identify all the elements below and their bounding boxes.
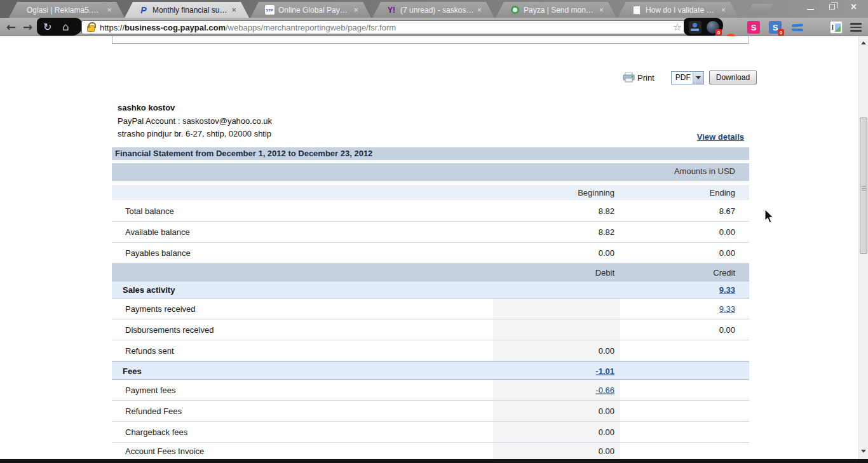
tab-close-icon[interactable]: × [107, 6, 112, 14]
bookmark-star-icon[interactable]: ☆ [673, 22, 682, 32]
tab-title: Monthly financial summa [153, 6, 229, 15]
tab-monthly-financial-summary[interactable]: P Monthly financial summa × [125, 2, 249, 18]
row-label: Payment fees [125, 386, 176, 395]
format-select[interactable]: PDF [671, 71, 704, 84]
ending-column-header: Ending [710, 188, 735, 198]
home-button[interactable]: ⌂ [62, 20, 69, 33]
back-button[interactable]: ← [6, 20, 16, 34]
row-label: Chargeback fees [125, 427, 187, 437]
fees-section-row: Fees -1.01 [112, 361, 749, 380]
tab-title: Payza | Send money, Rece [524, 6, 596, 15]
window-controls: × [803, 2, 862, 11]
browser-menu-button[interactable] [850, 23, 862, 34]
account-address-line: strasho pindjur br. 6-27, shtip, 02000 s… [118, 129, 271, 138]
beginning-column-header: Beginning [578, 188, 614, 198]
security-warning-lock-icon[interactable] [87, 25, 95, 32]
reload-button[interactable]: ↻ [43, 21, 51, 33]
minimize-button[interactable] [803, 2, 818, 11]
beginning-value: 8.82 [599, 227, 614, 237]
close-icon: × [851, 2, 857, 12]
url-host: business-cog.paypal.com [125, 23, 226, 32]
tab-close-icon[interactable]: × [231, 6, 236, 14]
payza-favicon-icon [511, 6, 519, 14]
statement-title: Financial Statement from December 1, 201… [112, 147, 749, 160]
printer-icon [623, 72, 635, 83]
format-value: PDF [672, 73, 693, 82]
select-dropdown-button[interactable] [693, 72, 703, 84]
stp-favicon-icon: STP [265, 5, 275, 15]
na-debit-cell [493, 319, 620, 340]
url-path: /webapps/merchantreportingweb/page/fsr.f… [226, 23, 396, 32]
tab-close-icon[interactable]: × [477, 6, 482, 14]
tab-close-icon[interactable]: × [721, 6, 726, 14]
download-button[interactable]: Download [709, 70, 757, 84]
minimize-icon [807, 9, 814, 10]
document-favicon-icon [633, 6, 641, 15]
picture-thumb [835, 23, 841, 32]
ending-value: 0.00 [719, 227, 735, 237]
forward-button[interactable]: → [23, 20, 32, 34]
row-label: Account Fees Invoice [125, 446, 204, 456]
tab-close-icon[interactable]: × [353, 6, 358, 14]
na-debit-cell [493, 299, 620, 319]
tab-oglasi[interactable]: Oglasi | Reklama5.mk | On × [9, 2, 125, 18]
tab-close-icon[interactable]: × [599, 6, 604, 14]
view-details-link[interactable]: View details [697, 132, 744, 142]
vertical-scrollbar[interactable] [858, 36, 868, 459]
account-holder-name: sashko kostov [118, 103, 175, 112]
notification-badge: 0 [778, 29, 784, 36]
debit-credit-header: Debit Credit [112, 264, 749, 281]
tab-yahoo-mail[interactable]: Y! (7 unread) - saskostov - Ya × [372, 2, 494, 18]
tab-validate-credit[interactable]: How do I validate my cred × [618, 2, 738, 18]
restore-button[interactable] [824, 2, 840, 11]
tab-online-global-payments[interactable]: STP Online Global Payments P × [250, 2, 371, 18]
skrill-extension-icon[interactable]: S [747, 21, 760, 34]
table-row: Refunded Fees 0.00 [112, 401, 749, 422]
mouse-cursor [764, 209, 775, 224]
table-row: Payments received 9.33 [112, 299, 749, 319]
table-row: Disbursements received 0.00 [112, 319, 749, 340]
address-bar[interactable]: https://business-cog.paypal.com/webapps/… [81, 20, 686, 34]
debit-value-link[interactable]: -0.66 [595, 386, 614, 395]
sales-activity-section-row: Sales activity 9.33 [112, 281, 749, 299]
skype-extension-icon[interactable]: S0 [769, 21, 782, 34]
tab-bar: Oglasi | Reklama5.mk | On × P Monthly fi… [0, 0, 868, 18]
fees-total-link[interactable]: -1.01 [595, 366, 614, 375]
credit-column-header: Credit [713, 267, 735, 277]
table-row: Payment fees -0.66 [112, 380, 749, 401]
close-button[interactable]: × [846, 2, 862, 11]
page-content: Print PDF Download sashko kostov PayPal … [0, 36, 868, 459]
scroll-down-arrow[interactable] [861, 450, 866, 453]
payza-favicon-wrap [510, 5, 520, 15]
section-label: Fees [123, 366, 142, 375]
person-bar [691, 29, 699, 31]
row-label: Refunded Fees [125, 406, 182, 416]
credit-value: 0.00 [719, 325, 735, 335]
new-tab-button[interactable] [747, 4, 773, 15]
image-extension-icon[interactable]: I [830, 21, 843, 34]
paypal-favicon-icon: P [139, 5, 149, 15]
balance-column-header: Beginning Ending [112, 185, 749, 200]
thumb-grip [862, 186, 866, 192]
url-text[interactable]: https://business-cog.paypal.com/webapps/… [100, 23, 669, 32]
table-row: Chargeback fees 0.00 [112, 422, 749, 443]
url-scheme: https:// [100, 23, 125, 32]
table-row: Refunds sent 0.00 [112, 340, 749, 361]
row-label: Total balance [125, 206, 174, 216]
row-label: Refunds sent [125, 346, 174, 356]
amounts-band: Amounts in USD [112, 163, 749, 181]
sales-total-link[interactable]: 9.33 [719, 285, 735, 295]
debit-value: 0.00 [599, 446, 614, 456]
scroll-up-arrow[interactable] [861, 41, 866, 44]
sphere-extension-icon[interactable]: 0 [707, 21, 719, 34]
scrollbar-thumb[interactable] [860, 117, 867, 254]
debit-value: 0.00 [599, 406, 614, 416]
person-icon [693, 23, 697, 27]
credit-value-link[interactable]: 9.33 [719, 304, 735, 314]
row-label: Payments received [125, 304, 196, 314]
print-button[interactable]: Print [637, 73, 654, 83]
debit-value: 0.00 [599, 346, 614, 356]
tab-payza[interactable]: Payza | Send money, Rece × [496, 2, 616, 18]
profile-extension-icon[interactable] [689, 21, 702, 34]
waves-extension-icon[interactable] [792, 21, 804, 34]
